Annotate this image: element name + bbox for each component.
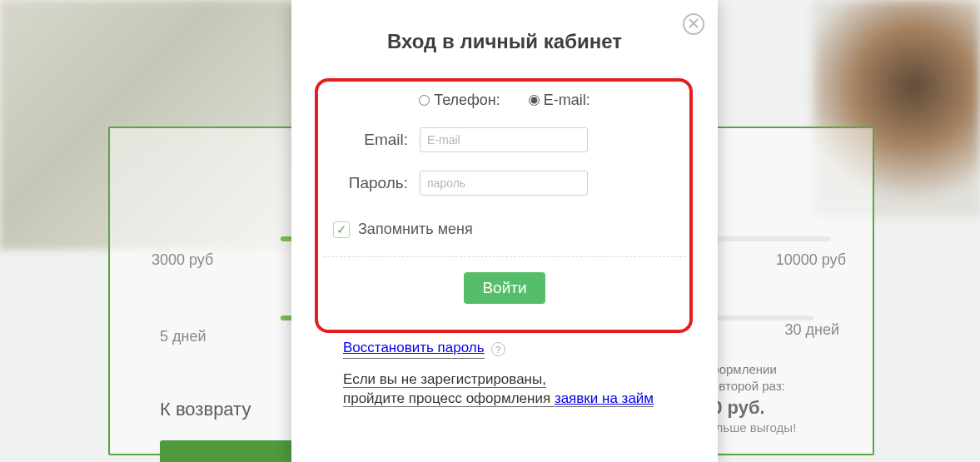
- password-field[interactable]: [420, 171, 588, 196]
- login-modal: Вход в личный кабинет Телефон: E-mail: E…: [291, 0, 718, 462]
- register-loan-link[interactable]: заявки на займ: [555, 390, 654, 406]
- aside-price: 20 руб.: [702, 395, 852, 420]
- register-hint: Если вы не зарегистрированы, пройдите пр…: [343, 370, 686, 409]
- radio-phone-label: Телефон:: [434, 92, 500, 109]
- password-row: Пароль:: [323, 171, 686, 196]
- amount-max-label: 10000 руб: [776, 251, 846, 269]
- register-line1: Если вы не зарегистрированы,: [343, 371, 546, 388]
- login-form: Телефон: E-mail: Email: Пароль: ✓ Запомн…: [323, 83, 686, 304]
- days-min-label: 5 дней: [160, 328, 206, 345]
- check-icon: ✓: [336, 222, 347, 237]
- close-button[interactable]: [683, 13, 704, 35]
- radio-phone[interactable]: Телефон:: [419, 92, 500, 109]
- email-field[interactable]: [420, 127, 588, 152]
- aside-line1: оформлении: [702, 361, 852, 378]
- email-label: Email:: [323, 131, 420, 149]
- radio-email-input[interactable]: [529, 95, 540, 106]
- modal-footer: Восстановить пароль ? Если вы не зарегис…: [343, 340, 686, 409]
- login-button[interactable]: Войти: [464, 272, 545, 304]
- recover-password-row: Восстановить пароль ?: [343, 340, 686, 359]
- radio-phone-input[interactable]: [419, 95, 430, 106]
- aside-line2: во второй раз:: [702, 378, 852, 395]
- aside-hint: больше выгоды!: [702, 420, 852, 436]
- remember-checkbox[interactable]: ✓: [333, 221, 350, 238]
- radio-email[interactable]: E-mail:: [529, 92, 590, 109]
- remember-label: Запомнить меня: [358, 221, 473, 238]
- help-icon[interactable]: ?: [491, 342, 505, 356]
- remember-row[interactable]: ✓ Запомнить меня: [333, 221, 686, 238]
- recover-password-link[interactable]: Восстановить пароль: [343, 340, 485, 359]
- radio-email-label: E-mail:: [544, 92, 590, 109]
- close-icon: [689, 18, 699, 30]
- email-row: Email:: [323, 127, 686, 152]
- amount-min-label: 3000 руб: [152, 251, 213, 269]
- aside-info: оформлении во второй раз: 20 руб. больше…: [702, 361, 852, 436]
- modal-title: Вход в личный кабинет: [291, 30, 718, 53]
- password-label: Пароль:: [323, 174, 420, 192]
- register-line2a: пройдите процесс оформления: [343, 390, 555, 406]
- separator: [323, 256, 686, 257]
- days-max-label: 30 дней: [784, 321, 839, 339]
- return-label: К возврату: [160, 399, 251, 420]
- login-type-radios: Телефон: E-mail:: [323, 92, 686, 109]
